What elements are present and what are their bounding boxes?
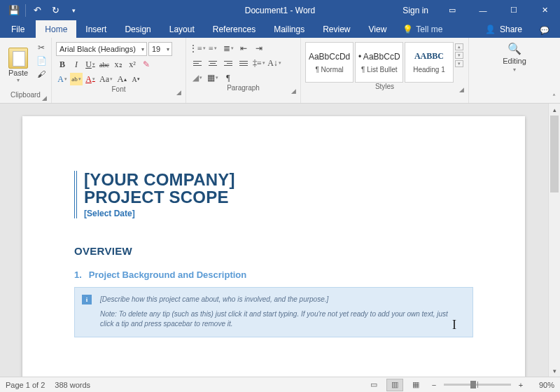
decrease-indent-button[interactable]: ⇤ [237,42,251,55]
zoom-slider[interactable] [444,384,511,386]
align-right-button[interactable] [221,57,235,69]
group-paragraph: ⋮≡ ≡ ≣ ⇤ ⇥ ‡≡ A↓ ◢ ▦ ¶ Paragraph◢ [186,38,301,103]
tab-view[interactable]: View [360,20,396,38]
tip-box[interactable]: i [Describe how this project came about,… [74,287,473,337]
grow-font-button[interactable]: A▴ [115,73,128,85]
justify-button[interactable] [237,57,251,69]
shading-button[interactable]: ◢ [190,71,204,84]
zoom-out-button[interactable]: − [428,381,440,389]
share-icon: 👤 [485,24,496,34]
clipboard-launcher-icon[interactable]: ◢ [42,94,47,102]
editing-button[interactable]: Editing [503,57,526,65]
numbering-button[interactable]: ≡ [206,42,220,55]
save-icon[interactable]: 💾 [6,2,22,19]
heading-overview[interactable]: OVERVIEW [74,245,473,257]
tab-references[interactable]: References [204,20,265,38]
tell-me-search[interactable]: 💡Tell me [396,20,449,38]
style-heading-1[interactable]: AABBCHeading 1 [405,42,453,83]
align-left-button[interactable] [190,57,204,69]
page[interactable]: [YOUR COMPANY] PROJECT SCOPE [Select Dat… [22,116,525,377]
doc-date-placeholder[interactable]: [Select Date] [84,209,473,218]
scroll-down-icon[interactable]: ▾ [549,365,560,377]
scroll-thumb[interactable] [550,115,559,192]
clear-formatting-icon[interactable]: ✎ [140,58,153,71]
undo-icon[interactable]: ↶ [29,2,46,19]
minimize-icon[interactable]: — [468,0,498,20]
styles-gallery-more[interactable]: ▴▾▾ [455,42,464,67]
read-mode-icon[interactable]: ▭ [365,379,382,391]
style-normal[interactable]: AaBbCcDd¶ Normal [305,42,354,83]
show-marks-button[interactable]: ¶ [221,71,235,84]
borders-button[interactable]: ▦ [206,71,220,84]
align-center-button[interactable] [206,57,220,69]
line-spacing-button[interactable]: ‡≡ [252,57,266,69]
superscript-button[interactable]: x² [126,58,139,71]
increase-indent-button[interactable]: ⇥ [252,42,266,55]
doc-title[interactable]: PROJECT SCOPE [84,188,473,206]
doc-company-placeholder[interactable]: [YOUR COMPANY] [84,171,473,188]
tab-file[interactable]: File [0,20,36,38]
font-launcher-icon[interactable]: ◢ [176,89,181,96]
italic-button[interactable]: I [70,58,83,71]
cut-icon[interactable]: ✂ [35,42,48,53]
tab-mailings[interactable]: Mailings [265,20,314,38]
format-painter-icon[interactable]: 🖌 [35,69,48,80]
web-layout-icon[interactable]: ▦ [407,379,424,391]
tip-line-2: Note: To delete any tip (such as this) j… [100,309,463,330]
paste-icon [8,48,28,69]
paste-button[interactable]: Paste ▾ [5,48,31,83]
sort-button[interactable]: A↓ [267,57,281,69]
page-indicator[interactable]: Page 1 of 2 [6,381,45,389]
close-icon[interactable]: ✕ [529,0,560,20]
paragraph-launcher-icon[interactable]: ◢ [291,88,296,94]
heading-section-1[interactable]: 1.Project Background and Description [74,270,473,280]
bullets-button[interactable]: ⋮≡ [190,42,204,55]
zoom-thumb[interactable] [470,381,476,388]
title-bar: 💾 ↶ ↻ ▾ Document1 - Word Sign in ▭ — ☐ ✕ [0,0,560,20]
zoom-level[interactable]: 90% [531,381,554,389]
vertical-scrollbar[interactable]: ▴ ▾ [548,104,560,377]
share-button[interactable]: 👤Share [478,20,529,38]
word-count[interactable]: 388 words [55,381,90,389]
text-cursor-icon: I [452,318,456,332]
copy-icon[interactable]: 📄 [35,55,48,66]
print-layout-icon[interactable]: ▥ [386,379,403,391]
document-area[interactable]: [YOUR COMPANY] PROJECT SCOPE [Select Dat… [0,104,560,377]
font-family-combo[interactable]: Arial Black (Headings) [56,42,147,56]
bold-button[interactable]: B [56,58,69,71]
tab-home[interactable]: Home [36,20,76,38]
status-bar: Page 1 of 2 388 words ▭ ▥ ▦ − + 90% [0,377,560,392]
font-size-combo[interactable]: 19 [148,42,172,56]
ribbon-display-icon[interactable]: ▭ [437,0,468,20]
zoom-in-button[interactable]: + [515,381,526,389]
subscript-button[interactable]: x₂ [112,58,125,71]
underline-button[interactable]: U [84,58,97,71]
ribbon: Paste ▾ ✂ 📄 🖌 Clipboard◢ Arial Black (He… [0,38,560,104]
collapse-ribbon-icon[interactable]: ˄ [552,93,556,101]
styles-launcher-icon[interactable]: ◢ [459,86,464,93]
multilevel-button[interactable]: ≣ [221,42,235,55]
tab-insert[interactable]: Insert [76,20,115,38]
shrink-font-button[interactable]: A▾ [130,73,142,85]
info-icon: i [82,295,92,304]
change-case-button[interactable]: Aa [98,73,114,85]
ribbon-tabs: File Home Insert Design Layout Reference… [0,20,560,38]
find-icon[interactable]: 🔍 [507,42,522,55]
sign-in-link[interactable]: Sign in [394,6,437,15]
qat-customize-icon[interactable]: ▾ [65,2,82,19]
tab-review[interactable]: Review [314,20,359,38]
tab-design[interactable]: Design [115,20,160,38]
strikethrough-button[interactable]: abc [98,58,111,71]
group-clipboard: Paste ▾ ✂ 📄 🖌 Clipboard◢ [0,38,52,103]
style-list-bullet[interactable]: • AaBbCcD¶ List Bullet [355,42,403,83]
tip-line-1: [Describe how this project came about, w… [100,295,463,305]
highlight-button[interactable]: ab [70,73,83,85]
text-effects-button[interactable]: A [56,73,69,85]
font-color-button[interactable]: A [84,73,97,85]
tab-layout[interactable]: Layout [160,20,204,38]
maximize-icon[interactable]: ☐ [498,0,529,20]
scroll-up-icon[interactable]: ▴ [549,104,560,115]
redo-icon[interactable]: ↻ [47,2,64,19]
lightbulb-icon: 💡 [402,24,413,34]
quick-access-toolbar: 💾 ↶ ↻ ▾ [0,2,82,19]
